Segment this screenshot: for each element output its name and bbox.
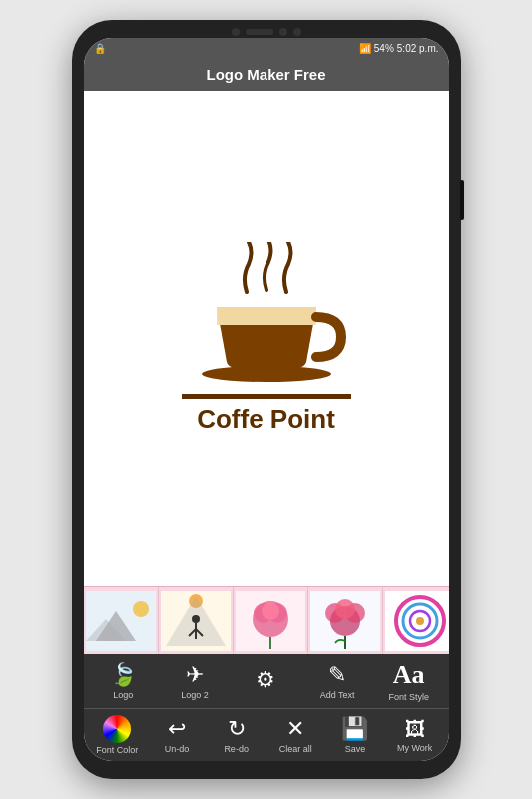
side-button xyxy=(460,180,464,220)
camera-dot xyxy=(232,28,240,36)
gear-tool[interactable]: ⚙ xyxy=(240,667,291,695)
logo-tool[interactable]: 🍃 Logo xyxy=(97,662,149,700)
fontcolor-label: Font Color xyxy=(96,745,138,755)
undo-label: Un-do xyxy=(165,744,190,754)
template-item-4[interactable] xyxy=(308,587,383,654)
template-item-5[interactable] xyxy=(383,587,449,654)
canvas-area[interactable]: Coffe Point xyxy=(84,91,449,586)
lock-icon: 🔒 xyxy=(94,43,106,54)
logo-label: Logo xyxy=(113,690,133,700)
mywork-icon: 🖼 xyxy=(405,718,425,741)
mywork-tool[interactable]: 🖼 My Work xyxy=(389,718,441,753)
redo-label: Re-do xyxy=(224,744,249,754)
logo-icon: 🍃 xyxy=(110,662,137,688)
template-item-3[interactable] xyxy=(234,587,308,654)
gear-icon: ⚙ xyxy=(256,667,275,693)
redo-tool[interactable]: ↻ Re-do xyxy=(211,716,263,754)
phone-screen: 🔒 📶 54% 5:02 p.m. Logo Maker Free xyxy=(84,38,449,761)
logo-container: Coffe Point xyxy=(182,242,351,435)
coffee-cup-svg xyxy=(187,242,346,392)
toolbar-row-2: Font Color ↩ Un-do ↻ Re-do ✕ Clear all xyxy=(84,709,449,761)
svg-point-9 xyxy=(192,615,200,623)
fontstyle-icon: Aa xyxy=(393,660,425,690)
app-title: Logo Maker Free xyxy=(206,66,325,83)
time-display: 5:02 p.m. xyxy=(397,43,439,54)
app-bar: Logo Maker Free xyxy=(84,58,449,91)
phone-camera-area xyxy=(232,28,301,36)
save-tool[interactable]: 💾 Save xyxy=(329,716,381,754)
fontstyle-label: Font Style xyxy=(388,692,429,702)
camera-dot2 xyxy=(279,28,287,36)
undo-tool[interactable]: ↩ Un-do xyxy=(151,716,203,754)
clearall-icon: ✕ xyxy=(286,716,304,742)
battery-level: 54% xyxy=(374,43,394,54)
clearall-label: Clear all xyxy=(279,744,312,754)
fontcolor-icon xyxy=(103,715,131,743)
redo-icon: ↻ xyxy=(228,716,246,742)
status-left: 🔒 xyxy=(94,43,106,54)
status-right: 📶 54% 5:02 p.m. xyxy=(359,43,439,54)
template-item-2[interactable] xyxy=(159,587,234,654)
template-item-1[interactable] xyxy=(84,587,159,654)
clearall-tool[interactable]: ✕ Clear all xyxy=(269,716,321,754)
svg-point-23 xyxy=(335,599,355,619)
svg-point-29 xyxy=(416,617,424,625)
speaker xyxy=(246,29,273,35)
save-icon: 💾 xyxy=(341,716,368,742)
save-label: Save xyxy=(345,744,366,754)
logo-text: Coffe Point xyxy=(197,404,335,435)
logo2-tool[interactable]: ✈ Logo 2 xyxy=(169,662,221,700)
wifi-icon: 📶 xyxy=(359,43,371,54)
svg-point-17 xyxy=(262,602,279,620)
toolbar-row-1: 🍃 Logo ✈ Logo 2 ⚙ ✎ Add Text xyxy=(84,654,449,709)
phone-frame: 🔒 📶 54% 5:02 p.m. Logo Maker Free xyxy=(72,20,461,779)
toolbar: 🍃 Logo ✈ Logo 2 ⚙ ✎ Add Text xyxy=(84,654,449,761)
status-bar: 🔒 📶 54% 5:02 p.m. xyxy=(84,38,449,58)
addtext-tool[interactable]: ✎ Add Text xyxy=(311,662,363,700)
svg-point-1 xyxy=(202,366,331,382)
svg-point-5 xyxy=(133,601,149,617)
logo2-icon: ✈ xyxy=(186,662,204,688)
undo-icon: ↩ xyxy=(168,716,186,742)
logo2-label: Logo 2 xyxy=(181,690,209,700)
camera-dot3 xyxy=(293,28,301,36)
addtext-label: Add Text xyxy=(320,690,355,700)
edit-icon: ✎ xyxy=(328,662,346,688)
mywork-label: My Work xyxy=(397,743,432,753)
fontstyle-tool[interactable]: Aa Font Style xyxy=(383,660,435,702)
logo-underline xyxy=(182,394,351,399)
fontcolor-tool[interactable]: Font Color xyxy=(91,715,143,755)
template-strip[interactable] xyxy=(84,586,449,654)
